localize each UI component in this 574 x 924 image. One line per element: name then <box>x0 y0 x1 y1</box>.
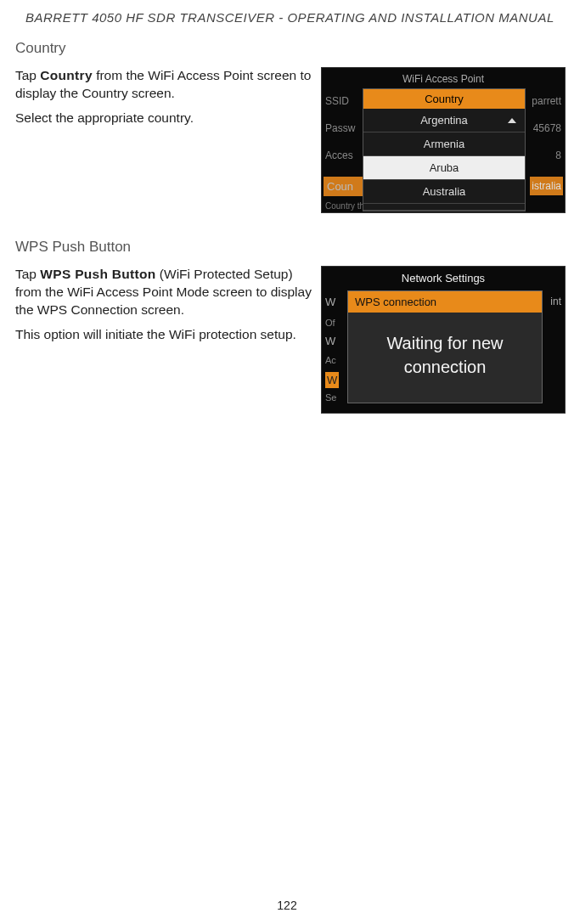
section-title-wps: WPS Push Button <box>15 239 559 256</box>
page-number: 122 <box>0 899 574 912</box>
country-item-aruba[interactable]: Aruba <box>363 156 525 180</box>
country-item-argentina[interactable]: Argentina <box>363 109 525 132</box>
shot2-r1: int <box>550 296 561 307</box>
shot2-l6: Se <box>325 392 336 403</box>
shot1-bg-acces: Acces <box>325 149 353 161</box>
shot1-istralia: istralia <box>530 177 563 195</box>
shot2-l1: W <box>325 296 335 308</box>
country-para1: Tap Country from the WiFi Access Point s… <box>15 67 312 103</box>
shot1-right2: 45678 <box>533 122 561 134</box>
country-item-partial <box>363 204 525 211</box>
shot1-right3: 8 <box>555 149 561 161</box>
wps-popup-body: Waiting for new connection <box>348 313 542 403</box>
section-title-country: Country <box>15 40 559 57</box>
country-popup: Country Argentina Armenia Aruba Australi… <box>363 88 526 211</box>
doc-header: BARRETT 4050 HF SDR TRANSCEIVER - OPERAT… <box>25 10 559 25</box>
shot2-l5: W <box>325 372 339 388</box>
wps-screenshot: Network Settings W Of W Ac W Se int WPS … <box>321 266 566 414</box>
country-text: Tap Country from the WiFi Access Point s… <box>15 67 312 213</box>
country-item-australia[interactable]: Australia <box>363 180 525 204</box>
shot2-l2: Of <box>325 318 335 328</box>
country-item-label: Argentina <box>420 114 468 127</box>
shot2-l4: Ac <box>325 355 336 365</box>
shot1-bg-title: WiFi Access Point <box>322 73 565 85</box>
shot1-right1: parrett <box>532 95 561 107</box>
shot2-frame: Network Settings W Of W Ac W Se int WPS … <box>321 266 566 414</box>
wps-para2: This option will initiate the WiFi prote… <box>15 326 312 344</box>
wps-popup-header: WPS connection <box>348 291 542 313</box>
shot2-l3: W <box>325 335 335 347</box>
shot2-title: Network Settings <box>322 272 565 285</box>
caret-up-icon <box>508 118 516 123</box>
shot1-coun-row: Coun <box>324 177 363 196</box>
wps-para1: Tap WPS Push Button (WiFi Protected Setu… <box>15 266 312 319</box>
shot1-bg-ssid: SSID <box>325 95 349 107</box>
country-row: Tap Country from the WiFi Access Point s… <box>15 67 559 213</box>
text-kw: WPS Push Button <box>40 267 155 281</box>
text-pre: Tap <box>15 267 40 281</box>
wps-popup: WPS connection Waiting for new connectio… <box>347 290 543 403</box>
country-screenshot: WiFi Access Point SSID Passw Acces parre… <box>321 67 566 213</box>
shot1-frame: WiFi Access Point SSID Passw Acces parre… <box>321 67 566 213</box>
country-para2: Select the appropriate country. <box>15 110 312 127</box>
text-kw: Country <box>40 68 93 82</box>
text-pre: Tap <box>15 68 40 82</box>
country-popup-header: Country <box>363 89 525 109</box>
wps-text: Tap WPS Push Button (WiFi Protected Setu… <box>15 266 312 414</box>
country-item-armenia[interactable]: Armenia <box>363 132 525 156</box>
shot1-bg-passw: Passw <box>325 122 355 134</box>
wps-row: Tap WPS Push Button (WiFi Protected Setu… <box>15 266 559 414</box>
